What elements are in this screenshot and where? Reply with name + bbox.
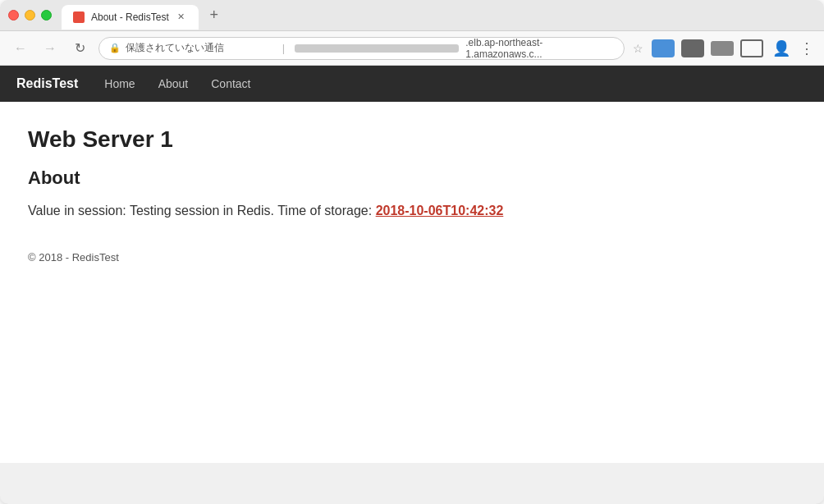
tab-title: About - RedisTest xyxy=(91,11,169,23)
url-separator: | xyxy=(282,42,285,54)
url-security-text: 保護されていない通信 xyxy=(126,41,274,55)
toolbar-icons xyxy=(652,39,763,57)
address-bar: ← → ↻ 🔒 保護されていない通信 | .elb.ap-northeast-1… xyxy=(0,31,824,66)
forward-button[interactable]: → xyxy=(39,38,61,59)
minimize-button[interactable] xyxy=(25,10,35,21)
cast-icon[interactable] xyxy=(740,39,763,57)
nav-about[interactable]: About xyxy=(149,72,199,95)
more-menu-button[interactable]: ⋮ xyxy=(799,39,814,57)
about-heading: About xyxy=(28,167,796,189)
browser-window: About - RedisTest ✕ + ← → ↻ 🔒 保護されていない通信… xyxy=(0,0,824,504)
page-title: Web Server 1 xyxy=(28,126,796,153)
url-redacted-part xyxy=(295,44,459,53)
session-info: Value in session: Testing session in Red… xyxy=(28,204,796,218)
tab-close-button[interactable]: ✕ xyxy=(176,11,187,23)
page-footer: © 2018 - RedisTest xyxy=(28,243,796,272)
maximize-button[interactable] xyxy=(41,10,52,21)
account-button[interactable]: 👤 xyxy=(771,39,791,58)
extension-icon-3[interactable] xyxy=(711,41,734,56)
extension-icon-2[interactable] xyxy=(681,39,704,57)
tab-favicon xyxy=(73,11,85,23)
tab-bar: About - RedisTest ✕ + xyxy=(62,2,816,30)
active-tab[interactable]: About - RedisTest ✕ xyxy=(62,5,199,30)
app-brand: RedisTest xyxy=(16,76,78,91)
url-suffix: .elb.ap-northeast-1.amazonaws.c... xyxy=(465,37,614,60)
extension-icon-1[interactable] xyxy=(652,39,675,57)
nav-home[interactable]: Home xyxy=(94,72,144,95)
session-label: Value in session: Testing session in Red… xyxy=(28,204,372,218)
close-button[interactable] xyxy=(8,10,19,21)
url-bar[interactable]: 🔒 保護されていない通信 | .elb.ap-northeast-1.amazo… xyxy=(98,37,625,60)
refresh-button[interactable]: ↻ xyxy=(69,38,90,59)
title-bar: About - RedisTest ✕ + xyxy=(0,0,824,31)
traffic-lights xyxy=(8,10,52,21)
bookmark-button[interactable]: ☆ xyxy=(633,42,643,55)
back-button[interactable]: ← xyxy=(10,38,31,59)
app-nav: RedisTest Home About Contact xyxy=(0,66,824,102)
lock-icon: 🔒 xyxy=(109,43,121,53)
session-time: 2018-10-06T10:42:32 xyxy=(376,204,504,218)
new-tab-button[interactable]: + xyxy=(204,5,225,26)
page-content: Web Server 1 About Value in session: Tes… xyxy=(0,102,824,463)
nav-contact[interactable]: Contact xyxy=(201,72,260,95)
